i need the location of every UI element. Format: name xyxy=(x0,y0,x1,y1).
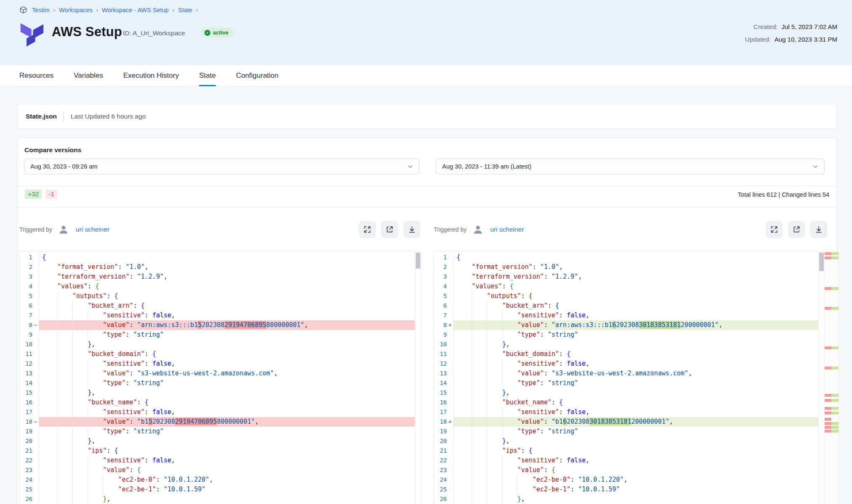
file-name: State.json xyxy=(26,113,57,120)
diff-marker xyxy=(447,349,453,359)
diff-marker: + xyxy=(447,320,453,330)
breadcrumb-item-testim[interactable]: Testim xyxy=(32,7,50,13)
open-external-button[interactable] xyxy=(788,221,805,238)
line-number: 10 xyxy=(20,340,32,349)
line-number: 16 xyxy=(434,398,447,407)
user-avatar-icon xyxy=(472,224,483,235)
tab-state[interactable]: State xyxy=(199,65,216,86)
diff-marker xyxy=(32,330,39,340)
code-line: 22 "sensitive": false, xyxy=(434,456,818,465)
line-number: 17 xyxy=(20,407,32,417)
compare-versions-title: Compare versions xyxy=(24,146,81,154)
chevron-right-icon: › xyxy=(196,7,198,13)
diff-marker xyxy=(32,388,39,398)
line-number: 4 xyxy=(434,282,447,291)
scrollbar-thumb[interactable] xyxy=(819,253,824,271)
diff-marker xyxy=(32,436,39,446)
diff-marker xyxy=(447,272,453,282)
diff-marker xyxy=(447,427,453,436)
triggered-by-user-link[interactable]: uri scheiner xyxy=(76,226,109,233)
code-line: 26 }, xyxy=(434,494,818,504)
code-line: 16 "bucket_name": { xyxy=(434,398,818,407)
diff-marker xyxy=(447,407,453,417)
diff-marker xyxy=(32,369,39,378)
diff-marker xyxy=(447,446,453,456)
updated-label: Updated: xyxy=(745,36,771,43)
code-line: 3 "terraform_version": "1.2.9", xyxy=(20,272,415,282)
code-line: 18+ "value": "b1620230830183853181200000… xyxy=(434,417,818,427)
line-number: 25 xyxy=(20,485,32,494)
expand-button[interactable] xyxy=(766,221,783,238)
created-label: Created: xyxy=(754,23,778,30)
code-line: 24 "ec2-be-0": "10.0.1.220", xyxy=(434,475,818,485)
version-select-right[interactable]: Aug 30, 2023 - 11:39 am (Latest) xyxy=(436,158,825,174)
line-number: 21 xyxy=(434,446,447,456)
workspace-id: ID: A_Uri_Workspace xyxy=(123,29,185,37)
line-number: 14 xyxy=(434,378,447,388)
scrollbar[interactable] xyxy=(415,252,421,504)
line-number: 5 xyxy=(434,291,447,301)
page-header: Testim› Workspaces› Workspace - AWS Setu… xyxy=(0,0,852,65)
line-number: 4 xyxy=(20,282,32,291)
version-select-left-value: Aug 30, 2023 - 09:26 am xyxy=(30,163,98,170)
code-line: 21 "ips": { xyxy=(20,446,415,456)
diff-marker xyxy=(447,330,453,340)
line-number: 20 xyxy=(434,436,447,446)
code-line: 5 "outputs": { xyxy=(20,291,415,301)
right-panel-header: Triggered by uri scheiner xyxy=(434,207,827,251)
divider xyxy=(17,186,837,186)
check-circle-icon: ✓ xyxy=(204,30,210,36)
tab-configuration[interactable]: Configuration xyxy=(236,65,279,86)
diff-marker xyxy=(447,485,453,494)
diff-overview-gutter[interactable] xyxy=(824,252,839,504)
code-line: 7 "sensitive": false, xyxy=(434,311,818,320)
file-last-updated: Last Updated 6 hours ago xyxy=(71,113,146,120)
tab-resources[interactable]: Resources xyxy=(19,65,53,86)
chevron-right-icon: › xyxy=(53,7,55,13)
code-line: 17 "sensitive": false, xyxy=(434,407,818,417)
line-number: 25 xyxy=(434,485,447,494)
line-number: 26 xyxy=(20,494,32,504)
code-line: 22 "sensitive": false, xyxy=(20,456,415,465)
diff-marker xyxy=(447,475,453,485)
scrollbar-thumb[interactable] xyxy=(416,253,420,269)
line-number: 23 xyxy=(20,465,32,475)
diff-marker xyxy=(32,301,39,311)
code-line: 8+ "value": "arn:aws:s3:::b1620230830183… xyxy=(434,320,818,330)
code-line: 6 "bucket_arn": { xyxy=(434,301,818,311)
line-number: 13 xyxy=(20,369,32,378)
open-external-button[interactable] xyxy=(381,221,398,238)
code-line: 14 "type": "string" xyxy=(20,378,415,388)
breadcrumb-item-workspaces[interactable]: Workspaces xyxy=(59,7,93,13)
code-line: 5 "outputs": { xyxy=(434,291,818,301)
expand-button[interactable] xyxy=(359,221,376,238)
breadcrumb-item-workspace[interactable]: Workspace - AWS Setup xyxy=(102,7,169,13)
code-line: 6 "bucket_arn": { xyxy=(20,301,415,311)
breadcrumb-item-state[interactable]: State xyxy=(178,7,192,13)
diff-marker xyxy=(447,494,453,504)
code-line: 1{ xyxy=(434,253,818,262)
triggered-by-user-link[interactable]: uri scheiner xyxy=(490,226,524,233)
code-line: 21 "ips": { xyxy=(434,446,818,456)
scrollbar[interactable] xyxy=(818,252,824,504)
diff-marker xyxy=(32,378,39,388)
tab-variables[interactable]: Variables xyxy=(74,65,103,86)
line-number: 3 xyxy=(20,272,32,282)
expand-icon xyxy=(363,225,372,234)
line-number: 13 xyxy=(434,369,447,378)
code-line: 16 "bucket_name": { xyxy=(20,398,415,407)
line-number: 8 xyxy=(434,320,447,330)
download-button[interactable] xyxy=(810,221,827,238)
line-number: 22 xyxy=(434,456,447,465)
diff-marker: − xyxy=(32,417,39,427)
tab-execution-history[interactable]: Execution History xyxy=(123,65,179,86)
file-bar: State.json Last Updated 6 hours ago xyxy=(17,104,837,129)
code-line: 7 "sensitive": false, xyxy=(20,311,415,320)
version-select-left[interactable]: Aug 30, 2023 - 09:26 am xyxy=(24,158,419,174)
code-line: 26 }, xyxy=(20,494,415,504)
terraform-logo-icon xyxy=(20,21,44,47)
code-line: 19 "type": "string" xyxy=(20,427,415,436)
page-title: AWS Setup xyxy=(52,24,122,40)
diff-marker xyxy=(32,272,39,282)
download-button[interactable] xyxy=(403,221,420,238)
